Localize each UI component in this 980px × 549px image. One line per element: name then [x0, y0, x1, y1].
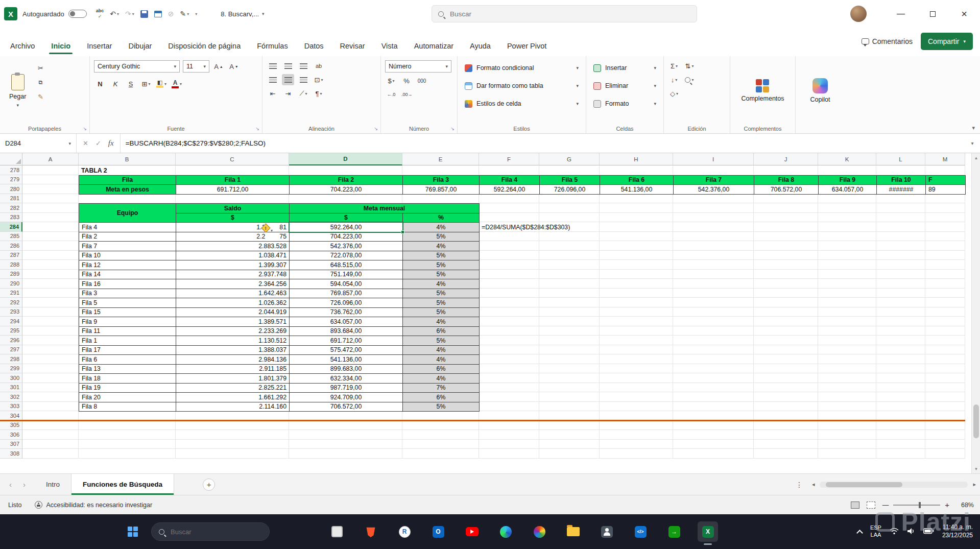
equipo-cell[interactable]: Fila 1 [79, 336, 176, 346]
grid-cell[interactable] [22, 449, 79, 459]
undo-button[interactable]: ↶▾ [110, 10, 119, 18]
grid-cell[interactable] [754, 270, 818, 279]
hscroll-right-icon[interactable]: ▸ [973, 481, 976, 488]
taskbar-icon-edge[interactable] [495, 521, 516, 542]
equipo-cell[interactable]: Fila 18 [79, 373, 176, 384]
grid-cell[interactable]: Fila 3 [402, 175, 480, 185]
row-header-308[interactable]: 308 [0, 449, 22, 459]
meta-cell[interactable]: 691.712,00 [289, 336, 403, 346]
tab-vista[interactable]: Vista [373, 36, 406, 56]
taskbar-icon-app-window[interactable] [327, 521, 347, 542]
insert-cells-button[interactable]: Insertar▾ [590, 60, 659, 76]
grid-cell[interactable]: ####### [876, 184, 926, 195]
grid-cell[interactable] [673, 402, 754, 412]
saldo-cell[interactable]: 1.389.571 [176, 317, 290, 327]
grid-cell[interactable] [925, 260, 965, 270]
grid-cell[interactable] [876, 392, 925, 402]
grid-cell[interactable] [539, 232, 600, 242]
grid-cell[interactable] [818, 232, 876, 242]
pct-cell[interactable]: 5% [402, 270, 480, 280]
grid-cell[interactable] [479, 440, 539, 449]
conditional-format-button[interactable]: Formato condicional▾ [462, 60, 582, 76]
sheet-options-icon[interactable]: ⋮ [792, 481, 807, 489]
grid-cell[interactable] [754, 345, 818, 355]
grid-cell[interactable] [876, 203, 925, 213]
grid-cell[interactable] [876, 402, 925, 412]
grid-cell[interactable] [673, 345, 754, 355]
grid-cell[interactable] [479, 354, 539, 364]
grid-cell[interactable] [754, 336, 818, 345]
grid-cell[interactable] [876, 241, 925, 251]
grid-cell[interactable] [925, 373, 965, 383]
sheet-nav-right-icon[interactable]: › [23, 480, 26, 489]
tab-automatizar[interactable]: Automatizar [406, 36, 462, 56]
wrap-text-icon[interactable]: ab [313, 60, 325, 71]
saldo-cell[interactable]: 1.801.379 [176, 373, 290, 384]
meta-cell[interactable]: 899.683,00 [289, 364, 403, 374]
grid-cell[interactable] [876, 260, 925, 270]
meta-cell[interactable]: 592.264,00 [289, 222, 403, 232]
row-header-284[interactable]: 284 [0, 222, 22, 232]
grid-cell[interactable] [79, 421, 176, 431]
grid-cell[interactable] [600, 307, 673, 317]
grid-cell[interactable] [22, 222, 79, 232]
grid-cell[interactable] [539, 326, 600, 336]
grid-cell[interactable] [600, 373, 673, 383]
row-header-289[interactable]: 289 [0, 270, 22, 279]
grid-cell[interactable] [539, 392, 600, 402]
grid-cell[interactable] [925, 345, 965, 355]
excel-app-icon[interactable]: X [4, 7, 17, 20]
grid-cell[interactable] [673, 203, 754, 213]
tray-expand-icon[interactable] [856, 530, 863, 536]
pct-cell[interactable]: 5% [402, 402, 480, 412]
grid-cell[interactable] [600, 345, 673, 355]
grid-cell[interactable] [600, 449, 673, 459]
grid-cell[interactable] [479, 430, 539, 440]
qat-more-icon[interactable]: ▾ [195, 12, 197, 16]
grid-cell[interactable] [402, 430, 479, 440]
grid-cell[interactable] [289, 430, 402, 440]
page-layout-view-icon[interactable] [851, 502, 859, 509]
grid-cell[interactable] [479, 421, 539, 431]
grid-cell[interactable] [876, 298, 925, 307]
row-header-293[interactable]: 293 [0, 307, 22, 317]
grid-cell[interactable] [754, 354, 818, 364]
row-header-303[interactable]: 303 [0, 402, 22, 412]
grid-cell[interactable] [79, 194, 176, 204]
taskbar-icon-paint[interactable] [529, 521, 549, 542]
grid-cell[interactable] [818, 213, 876, 223]
equipo-cell[interactable]: Fila 13 [79, 364, 176, 374]
number-format-select[interactable]: Número▾ [385, 60, 451, 73]
grid-cell[interactable] [818, 392, 876, 402]
row-header-292[interactable]: 292 [0, 298, 22, 307]
row-header-278[interactable]: 278 [0, 165, 22, 175]
bold-button[interactable]: N [94, 78, 106, 89]
grid-cell[interactable] [876, 449, 925, 459]
grid-cell[interactable]: 691.712,00 [176, 184, 290, 195]
row-header-306[interactable]: 306 [0, 430, 22, 440]
grid-cell[interactable] [600, 326, 673, 336]
increase-indent-icon[interactable]: ⇥ [282, 88, 294, 99]
grid-cell[interactable] [673, 289, 754, 298]
grid-cell[interactable] [22, 270, 79, 279]
grid-cell[interactable] [876, 213, 925, 223]
font-name-select[interactable]: Century Gothic▾ [94, 60, 180, 73]
saldo-cell[interactable]: 1.130.512 [176, 336, 290, 346]
grid-cell[interactable] [876, 194, 925, 204]
grid-cell[interactable] [818, 383, 876, 393]
grid-cell[interactable] [22, 203, 79, 213]
saldo-cell[interactable]: 1.399.307 [176, 260, 290, 270]
grid-cell[interactable] [925, 307, 965, 317]
grid-cell[interactable] [600, 317, 673, 326]
grid-cell[interactable] [925, 440, 965, 449]
grid-cell[interactable] [754, 421, 818, 431]
saldo-cell[interactable]: 2.984.136 [176, 354, 290, 365]
grid-cell[interactable] [479, 165, 539, 175]
share-button[interactable]: Compartir▾ [921, 33, 973, 50]
grid-cell[interactable] [818, 222, 876, 232]
grid-cell[interactable] [818, 270, 876, 279]
grid-cell[interactable] [754, 232, 818, 242]
increase-decimal-icon[interactable]: ←.0 [385, 89, 397, 100]
row-header-300[interactable]: 300 [0, 373, 22, 383]
grid-cell[interactable] [539, 194, 600, 204]
